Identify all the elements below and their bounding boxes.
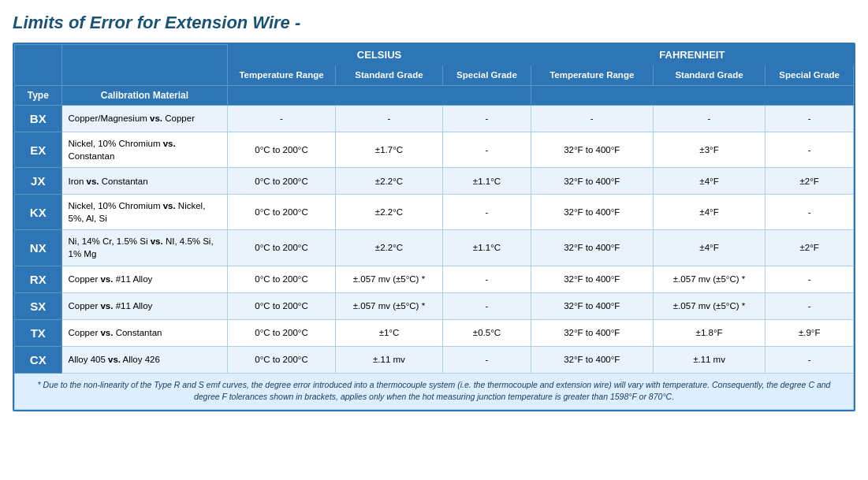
col-f-special-grade: Special Grade bbox=[766, 65, 854, 86]
c-special-grade-cell: ±1.1°C bbox=[443, 230, 531, 266]
material-cell: Copper/Magnesium vs. Copper bbox=[61, 105, 228, 132]
celsius-header: CELSIUS bbox=[228, 45, 531, 65]
f-special-grade-cell: - bbox=[766, 266, 854, 292]
f-special-grade-cell: - bbox=[766, 132, 854, 167]
material-cell: Iron vs. Constantan bbox=[61, 168, 228, 195]
f-std-grade-cell: ±.057 mv (±5°C) * bbox=[653, 266, 766, 292]
f-temp-range-cell: 32°F to 400°F bbox=[531, 346, 653, 373]
material-cell: Copper vs. #11 Alloy bbox=[61, 266, 228, 292]
c-std-grade-cell: ±.057 mv (±5°C) * bbox=[335, 292, 442, 319]
type-cell: SX bbox=[15, 292, 62, 319]
f-temp-range-cell: 32°F to 400°F bbox=[531, 168, 653, 195]
c-std-grade-cell: ±.057 mv (±5°C) * bbox=[335, 266, 442, 292]
table-row: TX Copper vs. Constantan 0°C to 200°C ±1… bbox=[15, 319, 854, 346]
table-row: NX Ni, 14% Cr, 1.5% Si vs. NI, 4.5% Si, … bbox=[15, 230, 854, 266]
material-cell: Alloy 405 vs. Alloy 426 bbox=[61, 346, 228, 373]
f-special-grade-cell: ±.9°F bbox=[766, 319, 854, 346]
f-special-grade-cell: ±2°F bbox=[766, 168, 854, 195]
f-temp-range-cell: 32°F to 400°F bbox=[531, 230, 653, 266]
f-temp-range-cell: 32°F to 400°F bbox=[531, 195, 653, 230]
f-special-grade-cell: - bbox=[766, 105, 854, 132]
material-cell: Copper vs. Constantan bbox=[61, 319, 228, 346]
table-row: SX Copper vs. #11 Alloy 0°C to 200°C ±.0… bbox=[15, 292, 854, 319]
type-cell: CX bbox=[15, 346, 62, 373]
f-std-grade-cell: ±3°F bbox=[653, 132, 766, 167]
table-row: RX Copper vs. #11 Alloy 0°C to 200°C ±.0… bbox=[15, 266, 854, 292]
type-cell: JX bbox=[15, 168, 62, 195]
table-row: CX Alloy 405 vs. Alloy 426 0°C to 200°C … bbox=[15, 346, 854, 373]
c-special-grade-cell: - bbox=[443, 105, 531, 132]
f-special-grade-cell: ±2°F bbox=[766, 230, 854, 266]
f-std-grade-cell: ±4°F bbox=[653, 195, 766, 230]
type-cell: TX bbox=[15, 319, 62, 346]
type-cell: NX bbox=[15, 230, 62, 266]
f-std-grade-cell: ±.057 mv (±5°C) * bbox=[653, 292, 766, 319]
f-special-grade-cell: - bbox=[766, 292, 854, 319]
c-special-grade-cell: ±1.1°C bbox=[443, 168, 531, 195]
table-row: BX Copper/Magnesium vs. Copper - - - - -… bbox=[15, 105, 854, 132]
col-type-header: Type bbox=[15, 85, 62, 105]
c-std-grade-cell: ±2.2°C bbox=[335, 230, 442, 266]
material-cell: Nickel, 10% Chromium vs. Nickel, 5%, Al,… bbox=[61, 195, 228, 230]
material-cell: Nickel, 10% Chromium vs. Constantan bbox=[61, 132, 228, 167]
f-std-grade-cell: ±.11 mv bbox=[653, 346, 766, 373]
c-temp-range-cell: 0°C to 200°C bbox=[228, 168, 335, 195]
f-std-grade-cell: ±4°F bbox=[653, 168, 766, 195]
f-temp-range-cell: 32°F to 400°F bbox=[531, 319, 653, 346]
c-temp-range-cell: - bbox=[228, 105, 335, 132]
c-std-grade-cell: ±1.7°C bbox=[335, 132, 442, 167]
material-cell: Copper vs. #11 Alloy bbox=[61, 292, 228, 319]
f-special-grade-cell: - bbox=[766, 346, 854, 373]
c-temp-range-cell: 0°C to 200°C bbox=[228, 346, 335, 373]
c-std-grade-cell: ±2.2°C bbox=[335, 195, 442, 230]
material-cell: Ni, 14% Cr, 1.5% Si vs. NI, 4.5% Si, 1% … bbox=[61, 230, 228, 266]
col-c-std-grade: Standard Grade bbox=[335, 65, 442, 86]
c-special-grade-cell: - bbox=[443, 132, 531, 167]
f-std-grade-cell: ±1.8°F bbox=[653, 319, 766, 346]
footnote-text: * Due to the non-linearity of the Type R… bbox=[15, 373, 854, 410]
type-cell: EX bbox=[15, 132, 62, 167]
c-special-grade-cell: - bbox=[443, 195, 531, 230]
f-temp-range-cell: - bbox=[531, 105, 653, 132]
table-wrapper: CELSIUS FAHRENHEIT Temperature Range Sta… bbox=[13, 43, 855, 411]
fahrenheit-header: FAHRENHEIT bbox=[531, 45, 853, 65]
table-row: KX Nickel, 10% Chromium vs. Nickel, 5%, … bbox=[15, 195, 854, 230]
c-temp-range-cell: 0°C to 200°C bbox=[228, 230, 335, 266]
f-temp-range-cell: 32°F to 400°F bbox=[531, 292, 653, 319]
c-special-grade-cell: - bbox=[443, 346, 531, 373]
type-cell: BX bbox=[15, 105, 62, 132]
c-std-grade-cell: ±.11 mv bbox=[335, 346, 442, 373]
table-row: JX Iron vs. Constantan 0°C to 200°C ±2.2… bbox=[15, 168, 854, 195]
c-temp-range-cell: 0°C to 200°C bbox=[228, 266, 335, 292]
type-cell: KX bbox=[15, 195, 62, 230]
f-std-grade-cell: - bbox=[653, 105, 766, 132]
c-temp-range-cell: 0°C to 200°C bbox=[228, 292, 335, 319]
f-temp-range-cell: 32°F to 400°F bbox=[531, 132, 653, 167]
f-temp-range-cell: 32°F to 400°F bbox=[531, 266, 653, 292]
c-std-grade-cell: ±1°C bbox=[335, 319, 442, 346]
f-special-grade-cell: - bbox=[766, 195, 854, 230]
col-f-temp-range: Temperature Range bbox=[531, 65, 653, 86]
c-temp-range-cell: 0°C to 200°C bbox=[228, 319, 335, 346]
table-row: EX Nickel, 10% Chromium vs. Constantan 0… bbox=[15, 132, 854, 167]
c-special-grade-cell: ±0.5°C bbox=[443, 319, 531, 346]
c-special-grade-cell: - bbox=[443, 266, 531, 292]
col-c-special-grade: Special Grade bbox=[443, 65, 531, 86]
c-special-grade-cell: - bbox=[443, 292, 531, 319]
c-temp-range-cell: 0°C to 200°C bbox=[228, 132, 335, 167]
f-std-grade-cell: ±4°F bbox=[653, 230, 766, 266]
limits-table: CELSIUS FAHRENHEIT Temperature Range Sta… bbox=[14, 44, 854, 410]
c-temp-range-cell: 0°C to 200°C bbox=[228, 195, 335, 230]
type-cell: RX bbox=[15, 266, 62, 292]
page-title: Limits of Error for Extension Wire - bbox=[13, 13, 855, 33]
col-c-temp-range: Temperature Range bbox=[228, 65, 335, 86]
col-material-header: Calibration Material bbox=[61, 85, 228, 105]
c-std-grade-cell: ±2.2°C bbox=[335, 168, 442, 195]
c-std-grade-cell: - bbox=[335, 105, 442, 132]
footnote-row: * Due to the non-linearity of the Type R… bbox=[15, 373, 854, 410]
col-f-std-grade: Standard Grade bbox=[653, 65, 766, 86]
